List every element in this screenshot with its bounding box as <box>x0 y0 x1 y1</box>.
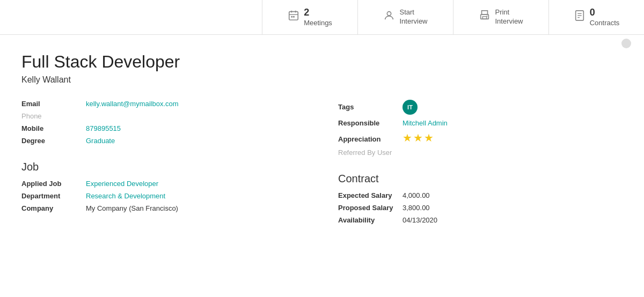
referred-label: Referred By User <box>338 148 402 157</box>
applied-job-row: Applied Job Experienced Developer <box>21 180 306 188</box>
svg-rect-7 <box>482 11 488 14</box>
proposed-salary-value: 3,800.00 <box>402 204 430 212</box>
print-interview-label-line1: Print <box>495 8 523 17</box>
company-label: Company <box>21 204 86 212</box>
mobile-row: Mobile 879895515 <box>21 124 306 132</box>
print-interview-label-line2: Interview <box>495 17 523 26</box>
print-interview-button[interactable]: Print Interview <box>453 0 548 34</box>
start-interview-label-line2: Interview <box>399 17 427 26</box>
person-icon <box>383 10 395 25</box>
email-row: Email kelly.wallant@mymailbox.com <box>21 100 306 108</box>
department-value[interactable]: Research & Development <box>86 192 165 200</box>
contracts-button[interactable]: 0 Contracts <box>548 0 644 34</box>
main-content: Full Stack Developer Kelly Wallant Email… <box>0 35 644 246</box>
applicant-name: Kelly Wallant <box>21 75 623 85</box>
expected-salary-value: 4,000.00 <box>402 191 430 199</box>
appreciation-row: Appreciation ★★★ <box>338 131 623 144</box>
tags-row: Tags IT <box>338 100 623 115</box>
tag-it-badge[interactable]: IT <box>402 100 418 115</box>
department-label: Department <box>21 192 86 200</box>
print-icon <box>479 10 491 25</box>
appreciation-label: Appreciation <box>338 135 402 143</box>
degree-value[interactable]: Graduate <box>86 137 115 145</box>
contracts-icon <box>574 10 586 25</box>
right-section: Tags IT Responsible Mitchell Admin Appre… <box>338 100 623 228</box>
svg-point-10 <box>487 16 488 17</box>
print-interview-text: Print Interview <box>495 8 523 26</box>
svg-rect-4 <box>291 16 293 18</box>
svg-rect-5 <box>293 16 295 18</box>
start-interview-label-line1: Start <box>399 8 427 17</box>
expected-salary-label: Expected Salary <box>338 191 402 199</box>
status-indicator <box>621 39 631 48</box>
phone-row: Phone <box>21 112 306 120</box>
degree-row: Degree Graduate <box>21 137 306 145</box>
meetings-text: 2 Meetings <box>304 6 332 28</box>
info-grid: Email kelly.wallant@mymailbox.com Phone … <box>21 100 623 228</box>
proposed-salary-label: Proposed Salary <box>338 204 402 212</box>
meetings-count: 2 <box>304 6 332 19</box>
job-section-title: Job <box>21 161 306 173</box>
mobile-value[interactable]: 879895515 <box>86 124 121 132</box>
svg-point-6 <box>387 12 391 16</box>
contract-section-title: Contract <box>338 173 623 185</box>
svg-rect-0 <box>289 12 298 20</box>
referred-row: Referred By User <box>338 148 623 157</box>
contracts-count: 0 <box>590 6 620 19</box>
degree-label: Degree <box>21 137 86 145</box>
responsible-value[interactable]: Mitchell Admin <box>402 119 448 127</box>
start-interview-text: Start Interview <box>399 8 427 26</box>
appreciation-stars[interactable]: ★★★ <box>402 131 435 144</box>
tags-label: Tags <box>338 103 402 111</box>
contracts-label: Contracts <box>590 19 620 28</box>
contact-section: Email kelly.wallant@mymailbox.com Phone … <box>21 100 306 228</box>
availability-label: Availability <box>338 216 402 224</box>
meetings-button[interactable]: 2 Meetings <box>262 0 357 34</box>
availability-row: Availability 04/13/2020 <box>338 216 623 224</box>
toolbar: 2 Meetings Start Interview <box>0 0 644 35</box>
phone-label: Phone <box>21 112 86 120</box>
job-title: Full Stack Developer <box>21 52 623 72</box>
department-row: Department Research & Development <box>21 192 306 200</box>
meetings-label: Meetings <box>304 19 332 28</box>
responsible-label: Responsible <box>338 119 402 127</box>
calendar-icon <box>288 10 299 25</box>
email-value[interactable]: kelly.wallant@mymailbox.com <box>86 100 179 108</box>
company-value: My Company (San Francisco) <box>86 204 178 212</box>
company-row: Company My Company (San Francisco) <box>21 204 306 212</box>
mobile-label: Mobile <box>21 124 86 132</box>
applied-job-label: Applied Job <box>21 180 86 188</box>
start-interview-button[interactable]: Start Interview <box>357 0 453 34</box>
applied-job-value[interactable]: Experienced Developer <box>86 180 158 188</box>
email-label: Email <box>21 100 86 108</box>
responsible-row: Responsible Mitchell Admin <box>338 119 623 127</box>
expected-salary-row: Expected Salary 4,000.00 <box>338 191 623 199</box>
availability-value: 04/13/2020 <box>402 216 437 224</box>
contracts-text: 0 Contracts <box>590 6 620 28</box>
proposed-salary-row: Proposed Salary 3,800.00 <box>338 204 623 212</box>
tags-value: IT <box>402 100 418 115</box>
